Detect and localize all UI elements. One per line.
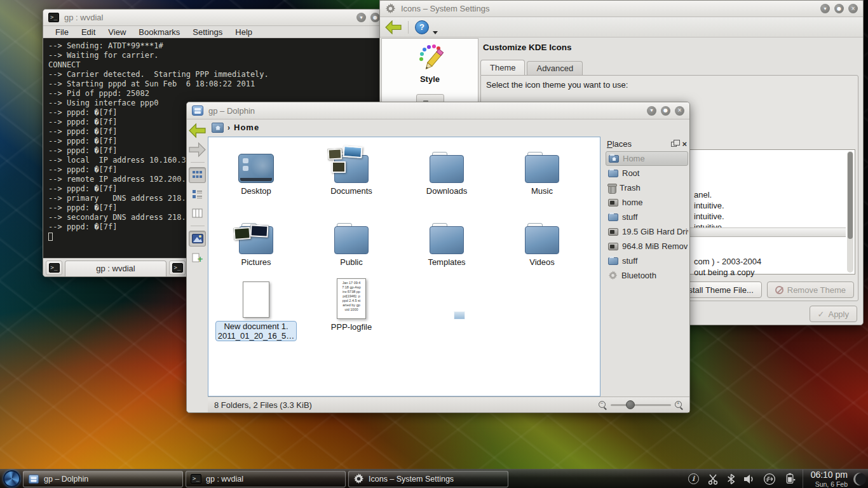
- home-icon[interactable]: [212, 123, 224, 133]
- menu-settings[interactable]: Settings: [187, 27, 228, 37]
- terminal-tab[interactable]: gp : wvdial: [65, 261, 166, 276]
- task-wvdial[interactable]: >_ gp : wvdial: [186, 471, 346, 487]
- file-item-new-document[interactable]: New document 1.2011_01_20_16_5…: [208, 278, 304, 341]
- file-item-desktop[interactable]: Desktop: [208, 142, 304, 196]
- zoom-slider[interactable]: [611, 400, 671, 409]
- klipper-scissors-icon[interactable]: [707, 473, 719, 485]
- battery-icon[interactable]: [784, 473, 796, 485]
- terminal-window-title: gp : wvdial: [64, 13, 103, 22]
- file-label: Public: [304, 257, 399, 267]
- panel-toolbox-icon[interactable]: [851, 470, 868, 488]
- file-item-documents[interactable]: Documents: [304, 142, 399, 196]
- help-button[interactable]: ?: [415, 20, 429, 34]
- preview-icon: [192, 234, 203, 243]
- task-dolphin[interactable]: gp – Dolphin: [23, 471, 183, 487]
- places-item-home-partition[interactable]: home: [606, 195, 688, 210]
- back-button[interactable]: [385, 20, 402, 34]
- menu-bookmarks[interactable]: Bookmarks: [133, 27, 186, 37]
- bluetooth-icon: [608, 271, 618, 280]
- new-tab-button[interactable]: >_: [46, 261, 62, 275]
- file-item-templates[interactable]: Templates: [399, 214, 494, 267]
- file-item-downloads[interactable]: Downloads: [399, 142, 494, 196]
- chevron-down-icon[interactable]: [433, 31, 438, 34]
- tab-advanced[interactable]: Advanced: [527, 61, 583, 75]
- remove-theme-button[interactable]: Remove Theme: [767, 281, 854, 298]
- apply-button[interactable]: ✓ Apply: [810, 306, 857, 322]
- places-item-hard-drive[interactable]: 19.5 GiB Hard Drive: [606, 224, 688, 239]
- usb-device-icon[interactable]: [763, 473, 776, 485]
- icons-view-icon: [192, 170, 203, 180]
- taskbar: gp – Dolphin >_ gp : wvdial Icons – Syst…: [0, 469, 868, 488]
- zoom-slider-handle[interactable]: [626, 400, 635, 409]
- dolphin-titlebar[interactable]: gp – Dolphin ▾ ● ×: [187, 102, 689, 119]
- details-view-button[interactable]: [189, 186, 206, 202]
- file-item-music[interactable]: Music: [494, 142, 590, 196]
- maximize-button[interactable]: ●: [370, 13, 380, 22]
- minimize-button[interactable]: ▾: [647, 106, 656, 116]
- removable-drive-icon: [608, 243, 618, 250]
- places-item-trash[interactable]: Trash: [606, 180, 688, 195]
- file-item-ppp-logfile[interactable]: Jan 17 09:4 7:18 gp-Asp ire-5738 pp pd[1…: [304, 276, 399, 332]
- icons-view-button[interactable]: [189, 167, 206, 183]
- dolphin-file-view[interactable]: Desktop Documents Downloads Music: [208, 137, 600, 396]
- scrollbar-thumb[interactable]: [848, 152, 853, 239]
- close-button[interactable]: ×: [675, 106, 684, 116]
- theme-list-text-fragment: anel. intuitive. intuitive. intuitive.: [694, 189, 724, 233]
- select-theme-label: Select the icon theme you want to use:: [486, 80, 628, 90]
- gear-icon: [353, 473, 364, 484]
- preview-button[interactable]: [189, 231, 206, 247]
- maximize-button[interactable]: ●: [834, 4, 844, 13]
- back-button[interactable]: [189, 123, 206, 139]
- gear-icon: [385, 3, 396, 14]
- theme-list-scrollbar[interactable]: [847, 151, 853, 273]
- file-label: Downloads: [399, 186, 494, 196]
- maximize-button[interactable]: ●: [661, 106, 670, 116]
- close-button[interactable]: ×: [848, 4, 858, 13]
- terminal-cursor: [48, 233, 53, 241]
- desktop-folder-icon: [238, 154, 274, 183]
- places-item-root[interactable]: Root: [606, 166, 688, 180]
- home-folder-icon: [609, 155, 619, 163]
- sidebar-item-style[interactable]: Style: [420, 74, 440, 84]
- status-text: 8 Folders, 2 Files (3.3 KiB): [214, 400, 312, 410]
- close-panel-icon[interactable]: ×: [682, 140, 687, 148]
- terminal-icon: >_: [191, 474, 201, 484]
- places-item-stuff[interactable]: stuff: [606, 210, 688, 224]
- tab-theme[interactable]: Theme: [480, 60, 525, 75]
- minimize-button[interactable]: ▾: [356, 13, 366, 22]
- app-launcher-button[interactable]: [0, 470, 23, 488]
- task-system-settings[interactable]: Icons – System Settings: [348, 471, 508, 487]
- columns-view-button[interactable]: [189, 205, 206, 221]
- menu-edit[interactable]: Edit: [76, 27, 101, 37]
- places-item-removable[interactable]: 964.8 MiB Remov…: [606, 239, 688, 254]
- split-view-button[interactable]: +: [189, 250, 206, 266]
- folder-icon: [525, 226, 559, 254]
- menu-help[interactable]: Help: [229, 27, 258, 37]
- menu-file[interactable]: File: [50, 27, 74, 37]
- file-label: Pictures: [208, 257, 304, 267]
- places-item-bluetooth[interactable]: Bluetooth: [606, 268, 688, 283]
- system-settings-titlebar[interactable]: Icons – System Settings ▾ ● ×: [380, 1, 863, 17]
- places-item-stuff2[interactable]: stuff: [606, 254, 688, 268]
- notifications-info-icon[interactable]: i: [688, 473, 699, 484]
- zoom-out-icon[interactable]: −: [599, 401, 607, 409]
- document-page-icon: [243, 281, 269, 318]
- menu-view[interactable]: View: [102, 27, 132, 37]
- volume-icon[interactable]: [743, 473, 755, 485]
- settings-tabs: Theme Advanced: [480, 61, 585, 75]
- clock[interactable]: 06:10 pm Sun, 6 Feb: [803, 470, 851, 487]
- breadcrumb-home[interactable]: Home: [234, 123, 259, 132]
- terminal-titlebar[interactable]: >_ gp : wvdial ▾ ●: [43, 10, 385, 26]
- zoom-in-icon[interactable]: +: [675, 401, 683, 409]
- float-panel-icon[interactable]: [671, 142, 677, 147]
- minimize-button[interactable]: ▾: [820, 4, 830, 13]
- forward-button[interactable]: [189, 142, 206, 158]
- places-item-home[interactable]: Home: [606, 151, 688, 166]
- tab-list-button[interactable]: >_: [169, 261, 186, 275]
- file-item-videos[interactable]: Videos: [494, 214, 590, 267]
- file-item-public[interactable]: Public: [304, 214, 399, 267]
- file-item-pictures[interactable]: Pictures: [208, 214, 304, 267]
- bluetooth-icon[interactable]: [727, 473, 735, 485]
- page-title: Customize KDE Icons: [483, 43, 572, 52]
- clock-time: 06:10 pm: [811, 470, 848, 480]
